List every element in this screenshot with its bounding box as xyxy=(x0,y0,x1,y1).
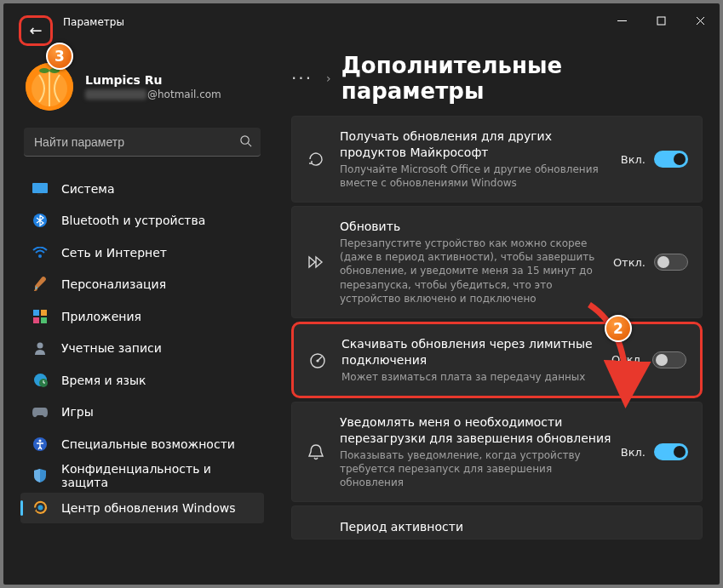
card-title: Уведомлять меня о необходимости перезагр… xyxy=(340,414,612,447)
bell-icon xyxy=(304,440,328,464)
breadcrumb: ··· › Дополнительные параметры xyxy=(291,53,703,104)
svg-rect-7 xyxy=(37,193,43,195)
callout-badge-3: 3 xyxy=(46,43,73,70)
apps-icon xyxy=(32,309,48,324)
email-blur xyxy=(85,89,146,100)
svg-rect-13 xyxy=(41,317,47,323)
maximize-button[interactable] xyxy=(641,3,680,37)
card-active-hours[interactable]: Период активности xyxy=(291,505,703,539)
svg-point-5 xyxy=(241,135,249,143)
back-button[interactable]: ← xyxy=(19,15,53,46)
fast-forward-icon xyxy=(304,250,328,274)
card-desc: Получайте Microsoft Office и другие обно… xyxy=(340,163,612,190)
card-other-products[interactable]: Получать обновления для других продуктов… xyxy=(291,116,703,203)
toggle-state: Откл. xyxy=(611,353,644,366)
card-restart-asap[interactable]: Обновить Перезапустите устройство как мо… xyxy=(291,206,703,318)
nav-label: Сеть и Интернет xyxy=(61,246,167,260)
breadcrumb-overflow-button[interactable]: ··· xyxy=(291,68,313,88)
nav-accounts[interactable]: Учетные записи xyxy=(20,333,264,363)
main-panel: ··· › Дополнительные параметры Получать … xyxy=(273,41,720,585)
back-arrow-icon: ← xyxy=(29,23,42,38)
nav-label: Учетные записи xyxy=(61,341,162,355)
accessibility-icon xyxy=(32,437,48,452)
nav-gaming[interactable]: Игры xyxy=(20,397,264,427)
toggle-state: Вкл. xyxy=(621,446,646,459)
svg-rect-11 xyxy=(41,310,47,316)
account-text: Lumpics Ru @hotmail.com xyxy=(85,73,221,100)
toggle-state: Вкл. xyxy=(621,153,646,166)
search-input[interactable] xyxy=(34,135,239,149)
nav-label: Игры xyxy=(61,405,94,419)
svg-point-3 xyxy=(39,68,49,73)
window-controls xyxy=(602,3,720,37)
nav-label: Конфиденциальность и защита xyxy=(61,462,254,489)
toggle-metered-download[interactable] xyxy=(652,351,686,368)
svg-point-21 xyxy=(316,359,318,362)
nav-label: Специальные возможности xyxy=(61,437,235,451)
callout-badge-2: 2 xyxy=(605,315,632,342)
nav-label: Время и язык xyxy=(61,374,146,387)
nav-list: Система Bluetooth и устройства Сеть и Ин… xyxy=(17,172,267,524)
nav-label: Центр обновления Windows xyxy=(61,501,235,515)
card-desc: Показывать уведомление, когда устройству… xyxy=(340,448,612,490)
search-box[interactable] xyxy=(24,128,261,157)
email-domain: @hotmail.com xyxy=(147,88,221,100)
display-icon xyxy=(32,181,48,197)
card-metered-download[interactable]: Скачивать обновления через лимитные подк… xyxy=(291,322,703,398)
sync-icon xyxy=(304,147,328,171)
content-area: Lumpics Ru @hotmail.com xyxy=(3,41,720,585)
toggle-restart-asap[interactable] xyxy=(654,254,688,271)
svg-point-14 xyxy=(37,343,43,349)
title-bar: ← Параметры xyxy=(3,3,720,41)
update-icon xyxy=(32,500,48,516)
minimize-button[interactable] xyxy=(602,3,641,37)
toggle-restart-notify[interactable] xyxy=(654,443,688,460)
nav-network[interactable]: Сеть и Интернет xyxy=(20,237,264,268)
card-desc: Перезапустите устройство как можно скоре… xyxy=(340,237,605,305)
card-restart-notify[interactable]: Уведомлять меня о необходимости перезагр… xyxy=(291,402,703,502)
card-title: Обновить xyxy=(340,219,605,235)
brush-icon xyxy=(32,277,48,292)
nav-label: Персонализация xyxy=(61,277,166,291)
card-title: Период активности xyxy=(340,519,688,535)
nav-accessibility[interactable]: Специальные возможности xyxy=(20,429,264,460)
window-title: Параметры xyxy=(63,16,124,28)
settings-list: Получать обновления для других продуктов… xyxy=(291,116,703,539)
card-title: Получать обновления для других продуктов… xyxy=(340,128,612,161)
svg-point-19 xyxy=(37,505,43,511)
user-icon xyxy=(32,340,48,356)
settings-window: ← Параметры 3 xyxy=(3,3,720,585)
bluetooth-icon xyxy=(32,213,48,228)
game-icon xyxy=(32,404,48,420)
shield-icon xyxy=(32,468,48,483)
close-button[interactable] xyxy=(680,3,720,37)
nav-system[interactable]: Система xyxy=(20,174,264,204)
chevron-right-icon: › xyxy=(326,71,331,85)
account-name: Lumpics Ru xyxy=(85,73,221,87)
nav-personalization[interactable]: Персонализация xyxy=(20,269,264,300)
svg-point-18 xyxy=(39,439,42,442)
avatar xyxy=(26,63,73,111)
meter-icon xyxy=(306,348,330,372)
nav-windows-update[interactable]: Центр обновления Windows xyxy=(20,493,264,523)
nav-label: Система xyxy=(61,182,114,196)
sidebar: Lumpics Ru @hotmail.com xyxy=(3,41,273,585)
account-email: @hotmail.com xyxy=(85,88,221,100)
page-title: Дополнительные параметры xyxy=(341,53,703,104)
spacer-icon xyxy=(304,515,328,539)
nav-apps[interactable]: Приложения xyxy=(20,301,264,332)
nav-privacy[interactable]: Конфиденциальность и защита xyxy=(20,460,264,491)
svg-rect-6 xyxy=(32,183,48,193)
svg-rect-10 xyxy=(33,310,39,316)
globe-clock-icon xyxy=(32,373,48,388)
search-icon xyxy=(239,134,252,150)
card-title: Скачивать обновления через лимитные подк… xyxy=(341,336,603,368)
toggle-other-products[interactable] xyxy=(654,151,688,168)
nav-label: Bluetooth и устройства xyxy=(61,214,205,227)
svg-point-9 xyxy=(38,254,42,258)
nav-label: Приложения xyxy=(61,310,141,323)
svg-rect-0 xyxy=(657,17,665,25)
nav-bluetooth[interactable]: Bluetooth и устройства xyxy=(20,205,264,236)
wifi-icon xyxy=(32,245,48,260)
nav-time-language[interactable]: Время и язык xyxy=(20,365,264,396)
